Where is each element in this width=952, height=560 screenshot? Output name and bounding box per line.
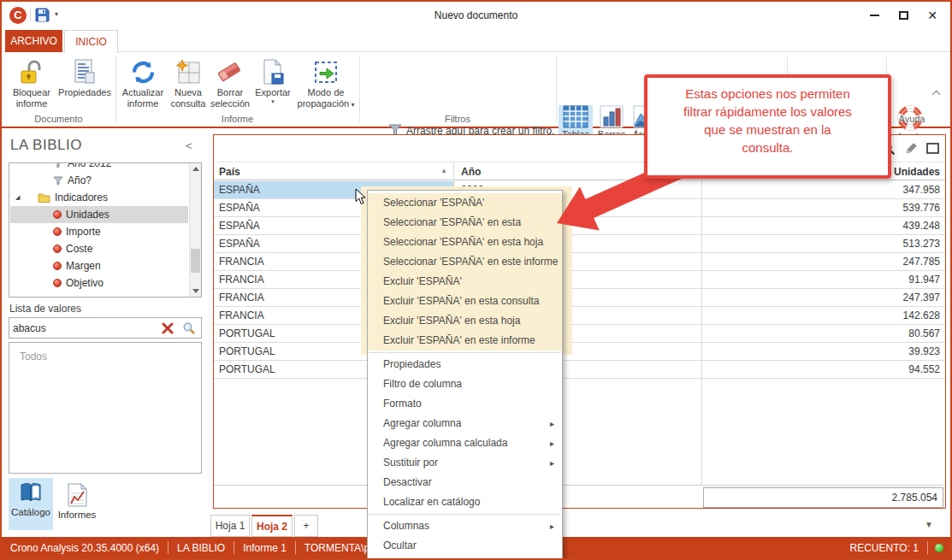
close-button[interactable]: ✕ <box>923 8 942 23</box>
group-separator <box>359 56 360 122</box>
menu-item[interactable]: Seleccionar 'ESPAÑA' en este informe <box>368 252 562 272</box>
eraser-icon <box>216 56 244 87</box>
collapse-ribbon-button[interactable] <box>931 90 938 97</box>
app-window: C ▾ Nuevo documento ✕ ARCHIVO INICIO Blo… <box>0 0 952 560</box>
table-row[interactable]: FRANCIA247.785 <box>214 253 945 271</box>
export-button[interactable]: Exportar ▾ <box>253 55 293 123</box>
sheet-tab-hoja-2[interactable]: Hoja 2 <box>251 515 293 537</box>
group-label-ayuda: Ayuda <box>886 114 937 124</box>
tab-archivo[interactable]: ARCHIVO <box>5 30 62 52</box>
menu-item[interactable]: Formato <box>368 394 562 414</box>
values-list-item[interactable]: Todos <box>9 343 201 363</box>
new-query-button[interactable]: Nueva consulta <box>168 55 209 123</box>
menu-item[interactable]: Excluir 'ESPAÑA' en esta consulta <box>368 292 562 311</box>
tree-item-label: Indicadores <box>55 192 108 203</box>
values-list-box[interactable]: Todos <box>9 342 202 474</box>
table-row[interactable]: PORTUGAL80.567 <box>214 325 945 343</box>
cell-unidades[interactable]: 39.923 <box>908 345 940 357</box>
table-maximize-button[interactable] <box>926 143 940 158</box>
tree-item-unidades[interactable]: Unidades <box>10 206 188 223</box>
menu-item[interactable]: Ocultar <box>368 536 562 556</box>
cell-unidades[interactable]: 142.628 <box>903 309 940 321</box>
expander-icon[interactable]: ◢ <box>15 194 26 201</box>
cell-unidades[interactable]: 439.248 <box>903 220 940 232</box>
cell-unidades[interactable]: 94.552 <box>908 363 940 375</box>
menu-item[interactable]: Localizar en catálogo <box>368 492 562 512</box>
sheet-list-caret-icon[interactable]: ▼ <box>925 520 933 529</box>
cell-unidades[interactable]: 91.947 <box>908 274 940 286</box>
menu-item-label: Propiedades <box>383 358 441 370</box>
values-search-row <box>9 317 202 339</box>
reports-view-button[interactable]: Informes <box>55 478 99 530</box>
group-separator <box>556 56 557 122</box>
properties-button[interactable]: Propiedades <box>56 55 113 123</box>
status-right: RECUENTO: 1 <box>842 541 950 554</box>
cell-unidades[interactable]: 347.958 <box>903 184 940 196</box>
column-header-ano[interactable]: Año <box>461 166 481 178</box>
tree-item-a-o-[interactable]: Año? <box>10 172 188 189</box>
window-title: Nuevo documento <box>2 9 950 21</box>
scroll-down-icon[interactable] <box>192 289 199 293</box>
maximize-button[interactable] <box>894 8 913 23</box>
tab-inicio[interactable]: INICIO <box>64 30 118 53</box>
table-row[interactable]: PORTUGAL94.552 <box>214 361 945 379</box>
menu-item-label: Sustituir por <box>383 457 438 469</box>
column-header-unidades[interactable]: Unidades <box>894 166 940 178</box>
menu-item[interactable]: Sustituir por▸ <box>368 453 562 473</box>
minimize-button[interactable] <box>865 8 884 23</box>
sidebar-collapse-button[interactable]: < <box>186 139 192 152</box>
search-values-button[interactable] <box>182 321 196 339</box>
clear-selection-button[interactable]: Borrar selección <box>209 55 251 123</box>
red-dot-icon <box>53 227 62 236</box>
scrollbar-thumb[interactable] <box>191 249 200 273</box>
table-edit-button[interactable] <box>904 142 918 159</box>
status-green-dot-icon <box>935 544 943 552</box>
sheet-tab-bar: ▼ Hoja 1Hoja 2+ <box>207 513 949 538</box>
menu-item[interactable]: Propiedades <box>368 355 562 374</box>
menu-item[interactable]: Columnas▸ <box>368 516 562 536</box>
tree-item-a-o-2012[interactable]: Año 2012 <box>10 163 188 172</box>
menu-item-label: Excluir 'ESPAÑA' en esta hoja <box>383 315 520 327</box>
cell-unidades[interactable]: 513.273 <box>903 238 940 250</box>
cell-unidades[interactable]: 247.785 <box>903 256 940 268</box>
menu-item[interactable]: Filtro de columna <box>368 374 562 394</box>
refresh-report-button[interactable]: Actualizar informe <box>120 55 166 123</box>
table-row[interactable]: FRANCIA247.397 <box>214 289 945 307</box>
tree-scrollbar[interactable] <box>189 163 201 297</box>
cell-unidades[interactable]: 247.397 <box>903 292 940 304</box>
group-label-documento: Documento <box>2 114 115 124</box>
menu-item[interactable]: Excluir 'ESPAÑA' en este informe <box>368 331 562 351</box>
cell-unidades[interactable]: 539.776 <box>903 202 940 214</box>
submenu-arrow-icon: ▸ <box>550 433 554 453</box>
table-row[interactable]: PORTUGAL39.923 <box>214 343 945 361</box>
submenu-arrow-icon: ▸ <box>550 414 554 433</box>
clear-search-button[interactable] <box>162 322 174 338</box>
menu-item[interactable]: Agregar columna calculada▸ <box>368 433 562 453</box>
sort-ascending-icon[interactable]: ▲ <box>441 167 447 174</box>
tree-item-importe[interactable]: Importe <box>10 223 188 240</box>
tree-item-margen[interactable]: Margen <box>10 257 188 274</box>
menu-item[interactable]: Agregar columna▸ <box>368 414 562 433</box>
catalog-view-button[interactable]: Catálogo <box>9 478 53 530</box>
catalog-tree: Año 2012Año?◢IndicadoresUnidadesImporteC… <box>10 163 188 297</box>
add-sheet-tab[interactable]: + <box>294 515 318 537</box>
scroll-up-icon[interactable] <box>192 167 199 171</box>
menu-item[interactable]: Excluir 'ESPAÑA' en esta hoja <box>368 311 562 331</box>
table-row[interactable]: FRANCIA142.628 <box>214 307 945 325</box>
cell-unidades[interactable]: 80.567 <box>908 327 940 339</box>
menu-item[interactable]: Mostrar selector de columnas <box>368 556 562 560</box>
column-header-pais[interactable]: País <box>219 166 240 178</box>
tree-item-objetivo[interactable]: Objetivo <box>10 274 188 292</box>
menu-item-label: Formato <box>383 398 422 410</box>
export-caret-icon: ▾ <box>271 98 275 105</box>
menu-item[interactable]: Excluir 'ESPAÑA' <box>368 272 562 292</box>
table-row[interactable]: FRANCIA91.947 <box>214 271 945 289</box>
menu-item-label: Seleccionar 'ESPAÑA' <box>383 197 484 209</box>
values-search-input[interactable] <box>13 320 158 336</box>
tree-item-coste[interactable]: Coste <box>10 240 188 257</box>
sheet-tab-hoja-1[interactable]: Hoja 1 <box>210 515 250 537</box>
lock-report-button[interactable]: Bloquear informe <box>7 55 56 123</box>
propagation-mode-button[interactable]: Modo de propagación ▾ <box>296 55 356 123</box>
menu-item[interactable]: Desactivar <box>368 473 562 492</box>
tree-item-indicadores[interactable]: ◢Indicadores <box>10 189 188 206</box>
